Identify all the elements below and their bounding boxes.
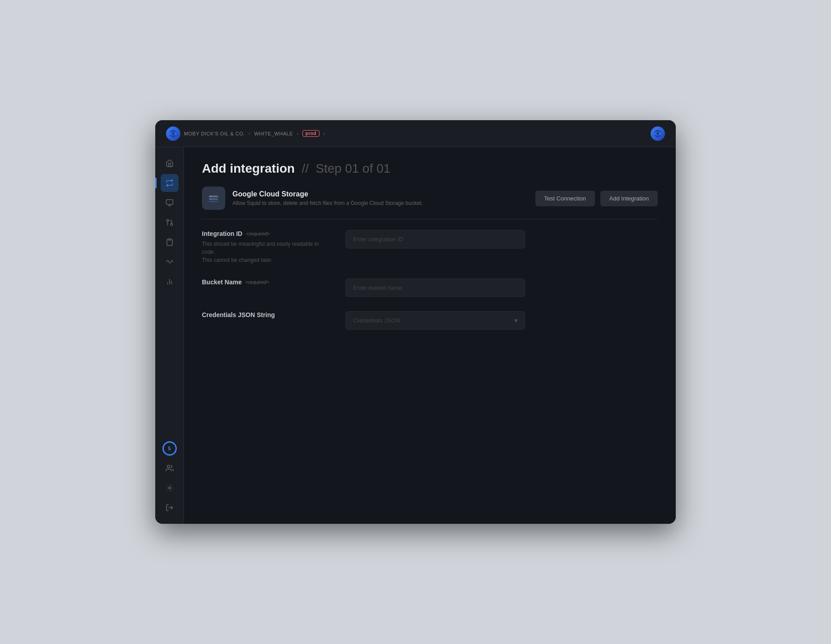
integration-icon — [202, 187, 225, 210]
form-label-integration-id: Integration ID <required> — [202, 230, 328, 237]
sidebar-item-analytics[interactable] — [161, 273, 179, 291]
breadcrumb-env-badge[interactable]: prod — [302, 130, 319, 137]
integration-form: Integration ID <required> This should be… — [202, 230, 658, 330]
integration-text: Google Cloud Storage Allow Squid to stor… — [232, 190, 423, 206]
svg-point-10 — [166, 219, 169, 222]
svg-rect-12 — [168, 239, 171, 240]
form-label-col-bucket-name: Bucket Name <required> — [202, 278, 328, 288]
integration-id-input[interactable] — [346, 230, 525, 248]
form-input-col-integration-id — [346, 230, 658, 248]
sidebar-item-integrations[interactable] — [161, 174, 179, 192]
sidebar-item-settings[interactable] — [161, 479, 179, 497]
topbar-left: MOBY DICK'S OIL & CO. › WHITE_WHALE › pr… — [166, 126, 325, 141]
add-integration-button[interactable]: Add Integration — [600, 191, 658, 206]
form-label-bucket-name: Bucket Name <required> — [202, 278, 328, 286]
integration-description: Allow Squid to store, delete and fetch f… — [232, 200, 423, 206]
svg-point-9 — [171, 223, 173, 226]
form-input-col-bucket-name — [346, 278, 658, 297]
svg-point-23 — [210, 196, 211, 197]
integration-actions: Test Connection Add Integration — [535, 191, 658, 206]
breadcrumb-project: WHITE_WHALE — [254, 131, 293, 136]
svg-rect-22 — [209, 201, 218, 202]
svg-point-24 — [210, 199, 211, 200]
form-row-bucket-name: Bucket Name <required> — [202, 278, 658, 297]
required-tag-integration-id: <required> — [246, 231, 270, 236]
form-row-credentials: Credentials JSON String Credentials JSON… — [202, 311, 658, 330]
topbar: MOBY DICK'S OIL & CO. › WHITE_WHALE › pr… — [155, 120, 676, 147]
svg-point-16 — [167, 465, 170, 468]
sidebar-item-user-sign[interactable] — [161, 459, 179, 477]
credentials-select[interactable]: Credentials JSON — [346, 311, 525, 330]
svg-point-2 — [172, 132, 175, 135]
svg-rect-6 — [166, 200, 173, 205]
page-title-step: // Step 01 of 01 — [298, 161, 390, 175]
app-window: MOBY DICK'S OIL & CO. › WHITE_WHALE › pr… — [155, 120, 676, 524]
form-label-col-integration-id: Integration ID <required> This should be… — [202, 230, 328, 264]
sidebar-item-home[interactable] — [161, 154, 179, 172]
integration-header: Google Cloud Storage Allow Squid to stor… — [202, 187, 658, 219]
sidebar: 5 — [155, 147, 184, 524]
integration-info: Google Cloud Storage Allow Squid to stor… — [202, 187, 423, 210]
breadcrumb-sep-3: › — [323, 131, 325, 137]
user-avatar[interactable] — [651, 126, 665, 141]
notification-badge[interactable]: 5 — [161, 439, 179, 457]
main-content: Add integration // Step 01 of 01 — [184, 147, 676, 524]
bucket-name-input[interactable] — [346, 278, 525, 297]
svg-point-17 — [168, 487, 171, 489]
page-title: Add integration // Step 01 of 01 — [202, 161, 658, 176]
required-tag-bucket-name: <required> — [245, 279, 269, 285]
form-row-integration-id: Integration ID <required> This should be… — [202, 230, 658, 264]
sidebar-item-wave[interactable] — [161, 253, 179, 271]
breadcrumb-sep-1: › — [249, 131, 251, 137]
form-input-col-credentials: Credentials JSON ▼ — [346, 311, 658, 330]
breadcrumb-sep-2: › — [297, 131, 299, 137]
page-title-main: Add integration — [202, 161, 295, 175]
form-label-col-credentials: Credentials JSON String — [202, 311, 328, 321]
app-logo — [166, 126, 180, 141]
sidebar-bottom: 5 — [161, 439, 179, 517]
badge-count: 5 — [162, 441, 177, 456]
integration-name: Google Cloud Storage — [232, 190, 423, 198]
sidebar-item-logout[interactable] — [161, 499, 179, 517]
breadcrumb: MOBY DICK'S OIL & CO. › WHITE_WHALE › pr… — [184, 130, 325, 137]
test-connection-button[interactable]: Test Connection — [535, 191, 595, 206]
credentials-select-wrapper: Credentials JSON ▼ — [346, 311, 525, 330]
sidebar-item-clipboard[interactable] — [161, 233, 179, 251]
form-hint-integration-id: This should be meaningful and easily rea… — [202, 240, 328, 264]
sidebar-item-branch[interactable] — [161, 213, 179, 231]
svg-point-5 — [656, 132, 659, 135]
main-layout: 5 — [155, 147, 676, 524]
sidebar-item-monitor[interactable] — [161, 194, 179, 212]
form-label-credentials: Credentials JSON String — [202, 311, 328, 318]
breadcrumb-company: MOBY DICK'S OIL & CO. — [184, 131, 245, 136]
